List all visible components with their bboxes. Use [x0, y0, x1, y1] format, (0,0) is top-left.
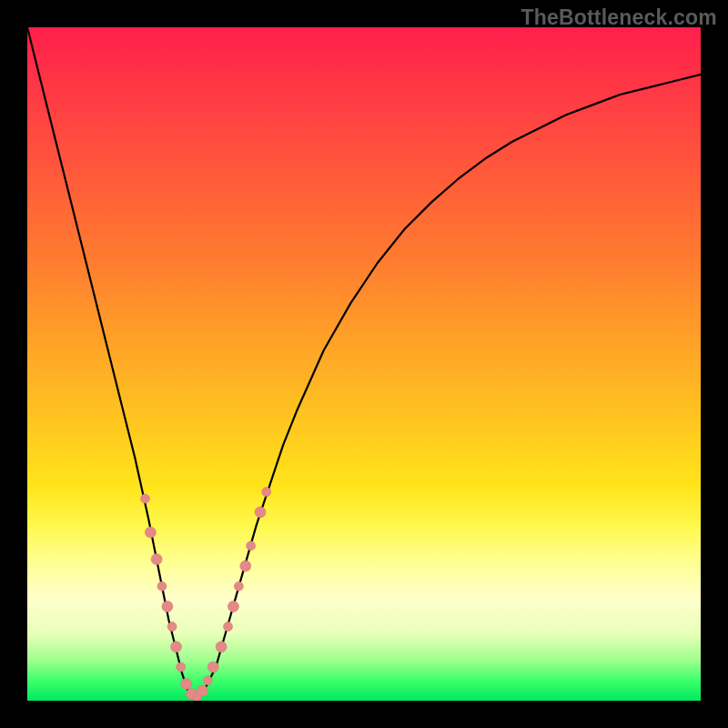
curve-marker: [151, 554, 162, 565]
curve-marker: [203, 676, 212, 685]
curve-marker: [240, 561, 251, 571]
chart-svg: [27, 27, 701, 701]
curve-marker: [141, 494, 150, 503]
watermark-text: TheBottleneck.com: [521, 5, 717, 30]
curve-marker: [157, 581, 167, 591]
curve-marker: [162, 601, 173, 612]
curve-marker: [234, 581, 243, 591]
curve-marker: [255, 507, 266, 518]
curve-marker: [145, 527, 156, 538]
curve-marker: [207, 662, 218, 672]
curve-marker: [262, 488, 271, 497]
curve-marker: [177, 662, 186, 672]
curve-marker: [228, 601, 238, 612]
curve-marker: [247, 541, 256, 551]
curve-markers: [141, 488, 271, 701]
curve-marker: [167, 622, 177, 632]
plot-area: [27, 27, 701, 701]
bottleneck-curve: [27, 27, 701, 701]
curve-marker: [197, 685, 207, 696]
curve-marker: [224, 622, 233, 632]
curve-marker: [216, 642, 227, 652]
curve-marker: [171, 642, 182, 652]
chart-frame: TheBottleneck.com: [0, 0, 728, 728]
curve-marker: [181, 679, 192, 690]
